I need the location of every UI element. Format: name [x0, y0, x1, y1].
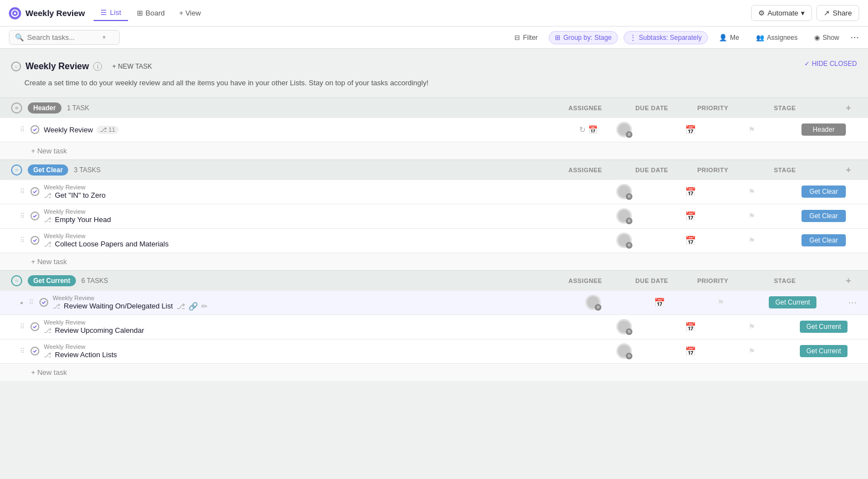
avatar-badge: ⚙ [626, 353, 632, 359]
search-input[interactable] [27, 33, 99, 42]
task-columns: ⚙ 📅 ⚑ Get Current ⋯ [571, 295, 857, 310]
avatar: ⚙ [616, 343, 632, 359]
task-stage[interactable]: Get Clear [790, 210, 857, 222]
task-assignee: ⚙ [602, 208, 646, 224]
col-gcur-stage: STAGE [752, 277, 818, 284]
task-stage[interactable]: Get Clear [790, 186, 857, 198]
task-name-row: ⎇ Review Upcoming Calendar [44, 326, 598, 334]
table-row: ⠿ Weekly Review ⎇ Empty Your Head ⚙ [0, 204, 868, 229]
search-icon: 🔍 [15, 33, 24, 42]
dropdown-icon: ▾ [103, 34, 106, 41]
subtask-icon: ⎇ [100, 126, 107, 133]
group-columns-header: ASSIGNEE DUE DATE PRIORITY STAGE + [563, 103, 857, 113]
calendar-icon: 📅 [685, 235, 696, 246]
calendar-icon: 📅 [685, 322, 696, 332]
task-stage[interactable]: Header [790, 123, 857, 136]
task-assignee: ⚙ [602, 122, 646, 137]
task-name-row: Weekly Review ⎇ 11 [44, 126, 575, 134]
task-checkbox[interactable] [30, 212, 39, 220]
chevron-down-icon: ▾ [801, 9, 805, 17]
new-task-row-get-clear[interactable]: + New task [0, 253, 868, 270]
subtask-action-icon[interactable]: ⎇ [176, 302, 185, 311]
task-duedate[interactable]: 📅 [668, 125, 713, 135]
task-duedate[interactable]: 📅 [668, 322, 713, 332]
subtask-indent-icon: ⎇ [44, 192, 52, 199]
list-status-icon: ○ [11, 61, 21, 71]
group-collapse-get-clear[interactable]: ○ [11, 164, 22, 176]
task-priority[interactable]: ⚑ [735, 125, 768, 134]
task-parent: Weekly Review [44, 184, 598, 190]
group-header-get-current: ○ Get Current 6 TASKS ASSIGNEE DUE DATE … [0, 270, 868, 291]
col-gc-duedate: DUE DATE [630, 167, 674, 173]
col-add-header[interactable]: + [840, 103, 857, 113]
share-button[interactable]: ↗ Share [816, 5, 859, 21]
task-priority[interactable]: ⚑ [735, 187, 768, 196]
main-content: ○ Weekly Review i + NEW TASK ✓ HIDE CLOS… [0, 49, 868, 479]
tab-board[interactable]: ⊞ Board [130, 6, 172, 20]
hide-closed-button[interactable]: ✓ HIDE CLOSED [804, 60, 857, 68]
show-button[interactable]: ◉ Show [809, 32, 845, 44]
subtask-indent-icon: ⎇ [53, 302, 60, 310]
task-name: Weekly Review [44, 126, 93, 134]
subtask-indent-icon: ⎇ [44, 327, 52, 334]
more-options-icon[interactable]: ⋯ [850, 32, 859, 43]
subtask-count[interactable]: ⎇ 11 [96, 126, 119, 134]
subtask-indent-icon: ⎇ [44, 351, 52, 359]
task-stage[interactable]: Get Current [759, 296, 826, 308]
task-stage[interactable]: Get Current [790, 321, 857, 333]
task-name-row: ⎇ Review Waiting On/Delegated List ⎇ 🔗 ✏ [53, 302, 566, 311]
task-duedate[interactable]: 📅 [668, 187, 713, 197]
subtasks-button[interactable]: ⋮ Subtasks: Separately [624, 31, 708, 44]
flag-icon: ⚑ [748, 322, 755, 331]
add-view-button[interactable]: + View [173, 6, 206, 20]
task-priority[interactable]: ⚑ [704, 298, 737, 307]
new-task-button[interactable]: + NEW TASK [106, 60, 157, 73]
filter-button[interactable]: ⊟ Filter [509, 32, 543, 44]
col-add-gc[interactable]: + [840, 165, 857, 175]
task-checkbox[interactable] [30, 125, 39, 134]
task-duedate[interactable]: 📅 [637, 297, 682, 308]
avatar: ⚙ [585, 295, 601, 310]
me-button[interactable]: 👤 Me [713, 32, 745, 44]
search-box[interactable]: 🔍 ▾ [9, 30, 120, 45]
task-name: Get "IN" to Zero [55, 191, 106, 199]
group-label-get-clear[interactable]: Get Clear [28, 164, 68, 176]
col-gcur-priority: PRIORITY [696, 277, 729, 284]
new-task-row-header[interactable]: + New task [0, 142, 868, 159]
tab-list[interactable]: ☰ List [94, 5, 127, 21]
task-checkbox[interactable] [39, 298, 48, 307]
task-columns: ⚙ 📅 ⚑ Get Current [602, 319, 857, 334]
group-collapse-get-current[interactable]: ○ [11, 275, 22, 286]
task-duedate[interactable]: 📅 [668, 235, 713, 246]
assignees-button[interactable]: 👥 Assignees [750, 32, 803, 44]
task-checkbox[interactable] [30, 322, 39, 331]
group-collapse-header[interactable]: ○ [11, 102, 22, 114]
task-priority[interactable]: ⚑ [735, 347, 768, 356]
drag-handle-icon: ⠿ [20, 126, 25, 133]
automate-button[interactable]: ⚙ Automate ▾ [751, 5, 813, 21]
task-priority[interactable]: ⚑ [735, 236, 768, 245]
task-priority[interactable]: ⚑ [735, 212, 768, 220]
group-label-get-current[interactable]: Get Current [28, 275, 76, 286]
task-priority[interactable]: ⚑ [735, 322, 768, 331]
edit-icon[interactable]: ✏ [201, 302, 208, 311]
task-duedate[interactable]: 📅 [668, 346, 713, 357]
task-checkbox[interactable] [30, 236, 39, 245]
task-checkbox[interactable] [30, 347, 39, 356]
group-label-header[interactable]: Header [28, 102, 62, 114]
new-task-row-get-current[interactable]: + New task [0, 364, 868, 381]
task-stage[interactable]: Get Current [790, 345, 857, 357]
task-content: Weekly Review ⎇ Review Action Lists [44, 343, 598, 359]
link-icon[interactable]: 🔗 [188, 302, 198, 311]
task-stage[interactable]: Get Clear [790, 234, 857, 246]
group-header-header: ○ Header 1 TASK ASSIGNEE DUE DATE PRIORI… [0, 97, 868, 118]
col-add-gcur[interactable]: + [840, 276, 857, 286]
more-options-icon[interactable]: ⋯ [848, 297, 857, 308]
info-icon[interactable]: i [93, 62, 102, 71]
task-checkbox[interactable] [30, 187, 39, 196]
task-duedate[interactable]: 📅 [668, 211, 713, 222]
group-by-button[interactable]: ⊞ Group by: Stage [549, 31, 617, 44]
show-icon: ◉ [814, 34, 820, 42]
row-indicator: ● [20, 300, 23, 306]
drag-handle-icon: ⠿ [20, 212, 25, 220]
